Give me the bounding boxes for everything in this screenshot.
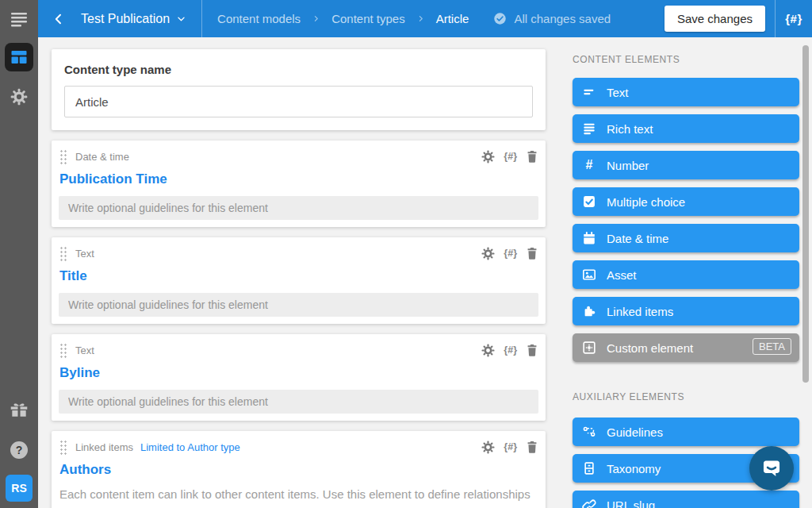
add-custom-element-button[interactable]: Custom element BETA	[573, 333, 799, 362]
settings-nav-icon[interactable]	[10, 87, 29, 106]
save-status: All changes saved	[493, 12, 611, 25]
element-settings-gear-icon[interactable]	[481, 441, 495, 454]
text-icon	[582, 85, 596, 99]
auxiliary-elements-heading: AUXILIARY ELEMENTS	[573, 391, 799, 402]
element-card-publication-time: Date & time {#} Publication Time	[52, 140, 546, 227]
button-label: Text	[607, 86, 629, 99]
element-settings-gear-icon[interactable]	[481, 344, 495, 357]
element-guidelines-input[interactable]	[59, 390, 538, 414]
chevron-down-icon	[177, 14, 186, 23]
element-guidelines-input[interactable]	[59, 196, 538, 220]
element-delete-trash-icon[interactable]	[526, 247, 538, 260]
breadcrumb: Content models Content types Article	[215, 12, 471, 25]
add-multiple-choice-button[interactable]: Multiple choice	[573, 187, 799, 216]
add-linked-items-button[interactable]: Linked items	[573, 297, 799, 325]
number-icon: #	[582, 158, 596, 172]
add-text-button[interactable]: Text	[573, 78, 799, 106]
save-changes-button[interactable]: Save changes	[665, 6, 765, 32]
guidelines-route-icon	[582, 425, 596, 439]
content-items-nav-icon[interactable]	[10, 10, 29, 29]
element-codename-icon[interactable]: {#}	[504, 248, 517, 259]
element-type-label: Text	[75, 344, 94, 356]
element-codename-icon[interactable]: {#}	[504, 344, 517, 356]
add-url-slug-button[interactable]: URL slug	[573, 491, 799, 508]
drag-handle-icon[interactable]	[59, 149, 67, 164]
element-codename-icon[interactable]: {#}	[504, 441, 517, 452]
content-type-name-card: Content type name	[52, 49, 546, 130]
button-label: URL slug	[607, 498, 655, 508]
vertical-scrollbar-thumb[interactable]	[802, 45, 809, 383]
element-codename-icon[interactable]: {#}	[504, 151, 517, 162]
add-guidelines-button[interactable]: Guidelines	[573, 418, 799, 446]
add-rich-text-button[interactable]: Rich text	[573, 114, 799, 143]
add-number-button[interactable]: # Number	[573, 151, 799, 179]
element-settings-gear-icon[interactable]	[481, 247, 495, 260]
content-type-name-input[interactable]	[64, 86, 533, 117]
button-label: Taxonomy	[607, 462, 661, 475]
element-delete-trash-icon[interactable]	[526, 150, 538, 163]
element-title[interactable]: Authors	[59, 462, 538, 478]
button-label: Multiple choice	[607, 195, 685, 209]
add-asset-button[interactable]: Asset	[573, 260, 799, 289]
content-elements-heading: CONTENT ELEMENTS	[573, 54, 799, 65]
button-label: Number	[607, 159, 649, 172]
project-name: Test Publication	[81, 12, 170, 26]
breadcrumb-content-types[interactable]: Content types	[329, 12, 408, 25]
element-title[interactable]: Byline	[59, 365, 538, 381]
content-models-icon	[10, 48, 29, 67]
help-icon[interactable]: ?	[10, 441, 28, 459]
main-area: Content type name Date & time {#} Public…	[38, 37, 812, 508]
element-type-label: Linked items	[75, 441, 133, 453]
element-limitation-link[interactable]: Limited to Author type	[140, 441, 240, 453]
avatar-initials: RS	[11, 482, 26, 495]
custom-element-icon	[582, 341, 596, 355]
image-icon	[582, 267, 596, 282]
element-description: Each content item can link to other cont…	[59, 487, 538, 502]
drag-handle-icon[interactable]	[59, 246, 67, 261]
drag-handle-icon[interactable]	[59, 343, 67, 358]
button-label: Linked items	[607, 305, 673, 318]
element-delete-trash-icon[interactable]	[526, 344, 538, 356]
app-rail: ? RS	[0, 0, 38, 508]
project-switcher[interactable]: Test Publication	[81, 12, 186, 26]
chevron-right-icon	[312, 15, 320, 22]
top-bar: Test Publication Content models Content …	[38, 0, 812, 37]
codename-icon[interactable]: {#}	[776, 12, 812, 25]
button-label: Rich text	[607, 122, 653, 136]
messenger-bubble-icon	[760, 456, 783, 480]
button-label: Guidelines	[607, 425, 663, 439]
calendar-icon	[582, 231, 596, 245]
element-type-label: Date & time	[75, 151, 129, 163]
checkbox-icon	[582, 194, 596, 209]
element-settings-gear-icon[interactable]	[481, 150, 495, 164]
whats-new-gift-icon[interactable]	[9, 398, 29, 419]
element-title[interactable]: Title	[59, 268, 538, 284]
content-type-name-label: Content type name	[64, 63, 533, 76]
chevron-right-icon	[417, 15, 424, 22]
element-card-authors: Linked items Limited to Author type {#} …	[52, 431, 546, 508]
breadcrumb-article: Article	[434, 12, 472, 25]
header-divider	[201, 0, 202, 37]
add-date-time-button[interactable]: Date & time	[573, 224, 799, 252]
breadcrumb-content-models[interactable]: Content models	[215, 12, 303, 25]
element-type-label: Text	[75, 248, 94, 260]
button-label: Date & time	[607, 232, 668, 245]
taxonomy-cabinet-icon	[582, 461, 596, 475]
back-icon[interactable]	[52, 13, 65, 25]
user-avatar[interactable]: RS	[6, 475, 33, 502]
element-guidelines-input[interactable]	[59, 293, 538, 317]
element-card-byline: Text {#} Byline	[52, 334, 546, 421]
chat-messenger-button[interactable]	[749, 446, 794, 491]
content-models-nav-active[interactable]	[5, 43, 33, 71]
drag-handle-icon[interactable]	[59, 440, 67, 455]
help-glyph: ?	[16, 444, 23, 456]
element-title[interactable]: Publication Time	[59, 171, 538, 187]
element-card-title: Text {#} Title	[52, 237, 546, 324]
element-delete-trash-icon[interactable]	[526, 441, 538, 453]
button-label: Custom element	[607, 341, 693, 355]
elements-panel: CONTENT ELEMENTS Text Rich text # Number…	[573, 37, 799, 508]
button-label: Asset	[607, 268, 637, 282]
check-circle-icon	[493, 12, 507, 25]
beta-badge: BETA	[753, 338, 791, 355]
link-icon	[582, 498, 596, 508]
